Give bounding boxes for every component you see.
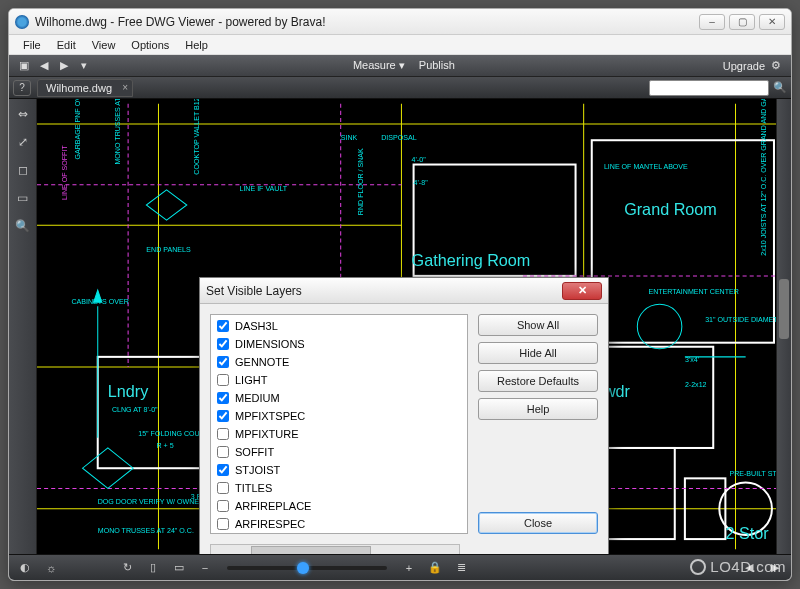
listbox-horizontal-scrollbar[interactable] [210, 544, 460, 554]
layer-row[interactable]: MPFIXTURE [211, 425, 467, 443]
layer-checkbox[interactable] [217, 446, 229, 458]
fit-width-icon[interactable]: ▭ [171, 560, 187, 576]
show-all-button[interactable]: Show All [478, 314, 598, 336]
page-next-icon[interactable]: ▶ [767, 560, 783, 576]
window-title: Wilhome.dwg - Free DWG Viewer - powered … [35, 15, 695, 29]
back-icon[interactable]: ◀ [35, 58, 53, 74]
layer-label: DASH3L [235, 320, 278, 332]
brightness-icon[interactable]: ☼ [43, 560, 59, 576]
layer-checkbox[interactable] [217, 410, 229, 422]
restore-defaults-button[interactable]: Restore Defaults [478, 370, 598, 392]
svg-text:CLNG AT 8'-0": CLNG AT 8'-0" [112, 406, 158, 414]
vertical-scrollbar[interactable] [776, 99, 791, 554]
scrollbar-thumb[interactable] [251, 546, 371, 554]
svg-text:RND FLOOR / SNAK: RND FLOOR / SNAK [357, 148, 365, 215]
hide-all-button[interactable]: Hide All [478, 342, 598, 364]
zoom-slider-knob[interactable] [297, 562, 309, 574]
layer-row[interactable]: DASH3L [211, 317, 467, 335]
layer-checkbox[interactable] [217, 518, 229, 530]
fit-page-icon[interactable]: ▯ [145, 560, 161, 576]
page-prev-icon[interactable]: ◀ [741, 560, 757, 576]
close-dialog-button[interactable]: Close [478, 512, 598, 534]
svg-text:LINE OF SOFFIT: LINE OF SOFFIT [61, 145, 69, 200]
minimize-button[interactable]: – [699, 14, 725, 30]
layer-label: ARFIRESPEC [235, 518, 305, 530]
layer-row[interactable]: SOFFIT [211, 443, 467, 461]
svg-text:4'-0": 4'-0" [412, 157, 427, 165]
publish-button[interactable]: Publish [419, 59, 455, 72]
svg-text:GARBAGE PNF OVER: GARBAGE PNF OVER [74, 99, 82, 159]
layer-checkbox[interactable] [217, 500, 229, 512]
svg-text:PRE-BUILT STAIR - SEE CROSS SE: PRE-BUILT STAIR - SEE CROSS SECTION [729, 470, 776, 478]
layer-row[interactable]: STJOIST [211, 461, 467, 479]
svg-text:END PANELS: END PANELS [146, 246, 191, 254]
layer-label: TITLES [235, 482, 272, 494]
dialog-close-button[interactable]: ✕ [562, 282, 602, 300]
zoom-slider[interactable] [227, 566, 387, 570]
dialog-title: Set Visible Layers [206, 284, 562, 298]
layer-row[interactable]: LIGHT [211, 371, 467, 389]
pan-icon[interactable]: ⇔ [14, 105, 32, 123]
gear-icon[interactable]: ⚙ [771, 59, 785, 73]
magnify-icon[interactable]: 🔍 [14, 217, 32, 235]
menu-help[interactable]: Help [177, 37, 216, 53]
layers-icon[interactable]: ≣ [453, 560, 469, 576]
scrollbar-thumb[interactable] [779, 279, 789, 339]
zoom-icon[interactable]: ⤢ [14, 133, 32, 151]
svg-text:2x10 JOISTS AT 12" O.C. OVER G: 2x10 JOISTS AT 12" O.C. OVER GRAND AND G… [760, 99, 768, 256]
layer-checkbox[interactable] [217, 338, 229, 350]
dropdown-icon[interactable]: ▾ [75, 58, 93, 74]
layer-row[interactable]: ARFIRESPEC [211, 515, 467, 533]
dialog-help-button[interactable]: Help [478, 398, 598, 420]
svg-text:MONO TRUSSES AT 24" O.C.: MONO TRUSSES AT 24" O.C. [98, 527, 194, 535]
layer-label: MPFIXTSPEC [235, 410, 305, 422]
menu-options[interactable]: Options [123, 37, 177, 53]
document-tab[interactable]: Wilhome.dwg × [37, 79, 133, 97]
layer-checkbox[interactable] [217, 392, 229, 404]
region-icon[interactable]: ▭ [14, 189, 32, 207]
search-input[interactable] [649, 80, 769, 96]
menu-view[interactable]: View [84, 37, 124, 53]
lock-icon[interactable]: 🔒 [427, 560, 443, 576]
menu-file[interactable]: File [15, 37, 49, 53]
svg-text:MONO TRUSSES AT 24" O.C.: MONO TRUSSES AT 24" O.C. [114, 99, 122, 165]
titlebar: Wilhome.dwg - Free DWG Viewer - powered … [9, 9, 791, 35]
zoom-out-icon[interactable]: − [197, 560, 213, 576]
layer-checkbox[interactable] [217, 464, 229, 476]
layer-row[interactable]: GENNOTE [211, 353, 467, 371]
layer-checkbox[interactable] [217, 320, 229, 332]
dialog-titlebar[interactable]: Set Visible Layers ✕ [200, 278, 608, 304]
layer-checkbox[interactable] [217, 374, 229, 386]
layer-row[interactable]: MPFIXTSPEC [211, 407, 467, 425]
layer-checkbox[interactable] [217, 356, 229, 368]
forward-icon[interactable]: ▶ [55, 58, 73, 74]
contrast-icon[interactable]: ◐ [17, 560, 33, 576]
help-icon[interactable]: ? [13, 80, 31, 96]
layer-row[interactable]: ARFIREPLACE [211, 497, 467, 515]
svg-text:COOKTOP VALLET B12: COOKTOP VALLET B12 [193, 99, 201, 175]
menu-edit[interactable]: Edit [49, 37, 84, 53]
svg-text:4'-8": 4'-8" [414, 179, 429, 187]
layer-row[interactable]: TITLES [211, 479, 467, 497]
layer-checkbox[interactable] [217, 428, 229, 440]
main-area: ⇔ ⤢ ◻ ▭ 🔍 [9, 99, 791, 554]
layer-row[interactable]: MEDIUM [211, 389, 467, 407]
zoom-in-icon[interactable]: + [401, 560, 417, 576]
close-button[interactable]: ✕ [759, 14, 785, 30]
rotate-icon[interactable]: ↻ [119, 560, 135, 576]
svg-text:2-2x12: 2-2x12 [685, 381, 707, 389]
select-icon[interactable]: ◻ [14, 161, 32, 179]
search-icon[interactable]: 🔍 [773, 81, 787, 95]
upgrade-button[interactable]: Upgrade [723, 60, 765, 72]
layers-listbox[interactable]: DASH3LDIMENSIONSGENNOTELIGHTMEDIUMMPFIXT… [210, 314, 468, 534]
svg-text:31" OUTSIDE DIAMETER: 31" OUTSIDE DIAMETER [705, 316, 776, 324]
tab-close-icon[interactable]: × [122, 82, 128, 93]
svg-text:DOG DOOR VERIFY W/ OWNER: DOG DOOR VERIFY W/ OWNER [98, 498, 204, 506]
layer-checkbox[interactable] [217, 482, 229, 494]
open-icon[interactable]: ▣ [15, 58, 33, 74]
measure-button[interactable]: Measure ▾ [353, 59, 405, 72]
layer-row[interactable]: DIMENSIONS [211, 335, 467, 353]
svg-text:CABINETS OVER: CABINETS OVER [71, 298, 128, 306]
svg-text:SINK: SINK [341, 134, 358, 142]
maximize-button[interactable]: ▢ [729, 14, 755, 30]
